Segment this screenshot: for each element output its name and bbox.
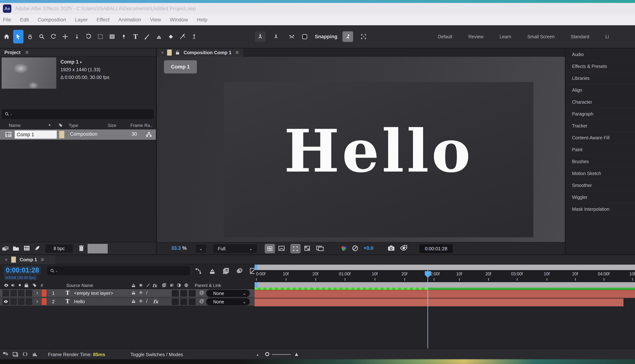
comp-name-edit-field[interactable]: Comp 1 — [15, 130, 57, 138]
playhead-line[interactable] — [428, 270, 428, 356]
hide-shy-layers-icon[interactable] — [209, 268, 216, 274]
panel-align[interactable]: Align — [566, 84, 635, 96]
quality-switch[interactable]: / — [146, 299, 148, 304]
panel-content-aware-fill[interactable]: Content-Aware Fill — [566, 132, 635, 144]
panel-smoother[interactable]: Smoother — [566, 180, 635, 191]
zoom-slider-knob[interactable] — [265, 352, 269, 356]
resolution-select[interactable]: Full⌄ — [214, 244, 257, 253]
audio-toggle[interactable] — [10, 298, 17, 305]
toggle-switches-modes-button[interactable]: Toggle Switches / Modes — [130, 352, 183, 358]
snapping-checkbox[interactable] — [302, 34, 307, 39]
snapping-label[interactable]: Snapping — [315, 34, 337, 40]
home-icon[interactable] — [2, 30, 12, 44]
menu-view[interactable]: View — [150, 17, 161, 23]
composition-flowchart-icon[interactable] — [2, 351, 9, 357]
eraser-tool[interactable] — [166, 30, 176, 44]
frame-blending-status-icon[interactable] — [32, 351, 38, 357]
label-column-icon[interactable] — [58, 123, 63, 128]
menu-layer[interactable]: Layer — [75, 17, 88, 23]
close-icon[interactable]: × — [5, 257, 8, 262]
delete-trash-icon[interactable] — [78, 245, 84, 252]
shy-switch[interactable] — [131, 290, 136, 295]
comp-color-swatch[interactable] — [167, 50, 172, 56]
panel-paragraph[interactable]: Paragraph — [566, 108, 635, 120]
switch-slot[interactable] — [180, 290, 187, 296]
puppet-advanced-pin-icon[interactable] — [271, 31, 281, 42]
adjustment-layer-icon[interactable] — [176, 283, 181, 288]
audio-toggle[interactable] — [10, 290, 17, 296]
project-row-comp1[interactable]: Comp 1 Composition 30 — [0, 130, 156, 140]
quality-icon[interactable] — [146, 283, 150, 288]
close-icon[interactable]: × — [161, 50, 164, 55]
workspace-default[interactable]: Default — [438, 34, 452, 39]
timeline-search-input[interactable]: ⌄ — [47, 266, 190, 275]
parent-dropdown[interactable]: None ⌄ — [206, 290, 250, 297]
layer-row-1[interactable]: › 1 T <empty text layer> / @ None ⌄ — [0, 289, 254, 297]
effects-fx-icon[interactable]: fx — [152, 283, 157, 288]
collapse-switch[interactable] — [138, 299, 143, 304]
new-folder-icon[interactable] — [12, 245, 20, 251]
magnification-dropdown[interactable]: ⌄ — [196, 244, 206, 253]
switch-slot[interactable] — [189, 290, 196, 296]
sort-ascending-icon[interactable]: ▲ — [48, 123, 51, 126]
collapse-switch[interactable] — [138, 290, 143, 295]
switch-slot[interactable] — [172, 290, 179, 296]
snap-brackets-icon[interactable] — [358, 31, 369, 42]
puppet-pin-tool[interactable] — [189, 30, 199, 44]
fx-badge[interactable]: fx — [153, 299, 158, 304]
panel-audio[interactable]: Audio — [566, 48, 635, 60]
switch-slot[interactable] — [172, 298, 179, 305]
zoom-tool[interactable] — [37, 30, 47, 44]
comp-info-dropdown-icon[interactable]: ▾ — [80, 60, 82, 64]
snap-options-icon[interactable] — [342, 31, 353, 42]
layer-name[interactable]: <empty text layer> — [74, 290, 113, 296]
panel-motion-sketch[interactable]: Motion Sketch — [566, 168, 635, 180]
comp-color-swatch[interactable] — [11, 256, 16, 263]
column-size[interactable]: Size — [108, 123, 116, 128]
parent-pickwhip-icon[interactable]: @ — [199, 299, 204, 304]
puppet-pin-option-icon[interactable] — [255, 31, 266, 42]
mask-visibility-button[interactable] — [278, 244, 285, 252]
video-toggle[interactable] — [2, 290, 9, 296]
time-ruler[interactable]: 0:00f 10f 20f 01:00f 10f 20f 02:00f 10f … — [254, 270, 635, 282]
panel-menu-icon[interactable]: ≡ — [41, 257, 44, 262]
frame-blend-switch-icon[interactable] — [162, 283, 167, 288]
number-column[interactable]: # — [41, 283, 43, 288]
composition-canvas[interactable]: Hello — [224, 82, 533, 237]
switch-slot[interactable] — [189, 298, 196, 305]
video-toggle[interactable] — [2, 298, 9, 305]
orbit-camera-tool[interactable] — [48, 30, 58, 44]
panel-effects-presets[interactable]: Effects & Presets — [566, 60, 635, 72]
layer-label-chip[interactable] — [42, 298, 46, 305]
new-composition-icon[interactable] — [24, 245, 30, 252]
motion-blur-icon[interactable] — [236, 268, 243, 274]
workspace-review[interactable]: Review — [468, 34, 483, 39]
rectangle-tool[interactable] — [107, 30, 117, 44]
exposure-value[interactable]: +0.0 — [364, 245, 373, 251]
grid-guides-button[interactable] — [265, 244, 275, 254]
lock-toggle[interactable] — [26, 298, 32, 305]
playhead-marker[interactable] — [424, 270, 432, 278]
panel-brushes[interactable]: Brushes — [566, 156, 635, 168]
timecode-display[interactable]: 0:00:01:28 — [420, 244, 453, 253]
scrollbar-thumb[interactable] — [88, 244, 108, 254]
navigator-start-handle[interactable] — [254, 264, 258, 270]
channels-button[interactable] — [340, 245, 348, 252]
interpret-footage-icon[interactable] — [2, 245, 9, 252]
transparency-grid-button[interactable] — [304, 244, 311, 252]
label-color-swatch[interactable] — [59, 131, 64, 138]
pan-camera-tool[interactable] — [60, 30, 70, 44]
motion-blur-switch-icon[interactable] — [169, 283, 174, 288]
workspace-learn[interactable]: Learn — [500, 34, 511, 39]
time-navigator-bar[interactable] — [254, 264, 635, 270]
exposure-reset-button[interactable] — [352, 244, 359, 252]
draft-3d-icon[interactable] — [12, 351, 19, 357]
project-panel-header[interactable]: Project ≡ — [0, 48, 156, 56]
panel-paint[interactable]: Paint — [566, 144, 635, 156]
dolly-camera-tool[interactable] — [72, 30, 82, 44]
parent-link-column[interactable]: Parent & Link — [195, 283, 221, 288]
panel-libraries[interactable]: Libraries — [566, 72, 635, 84]
switch-slot[interactable] — [180, 298, 187, 305]
layer-row-2[interactable]: › 2 T Hello / fx @ None ⌄ — [0, 298, 254, 306]
comp-info-name[interactable]: Comp 1 — [60, 59, 78, 65]
